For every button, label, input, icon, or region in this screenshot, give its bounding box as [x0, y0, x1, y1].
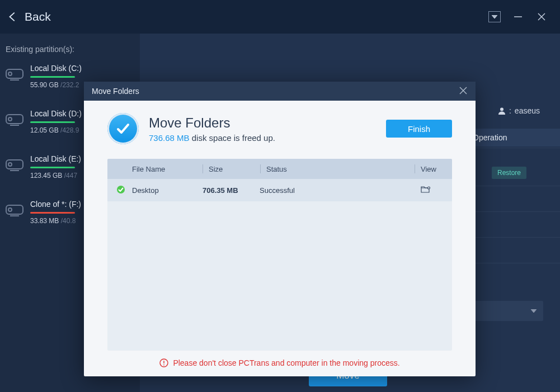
col-filename: File Name: [132, 165, 203, 173]
column-separator: [203, 164, 203, 173]
usage-bar: [30, 167, 75, 168]
svg-point-7: [8, 117, 12, 121]
dialog-titlebar: Move Folders: [84, 82, 476, 101]
disk-icon: [6, 202, 23, 218]
results-table: File Name Size Status View Desktop 706.3…: [107, 159, 452, 351]
partition-name: Local Disk (C:): [30, 64, 134, 73]
back-button[interactable]: Back: [7, 10, 51, 23]
partition-heading: Existing partition(s):: [6, 45, 134, 54]
minimize-button[interactable]: [506, 6, 530, 28]
table-header: File Name Size Status View: [107, 159, 452, 179]
finish-button[interactable]: Finish: [386, 120, 452, 138]
table-row: Desktop 706.35 MB Successful: [107, 179, 452, 201]
row-size: 706.35 MB: [203, 186, 260, 195]
dropdown-square-icon: [488, 11, 501, 22]
close-icon: [537, 12, 547, 22]
svg-point-10: [8, 163, 12, 166]
col-size: Size: [209, 165, 260, 173]
row-separator: [465, 263, 560, 263]
warning-icon: [159, 358, 168, 367]
arrow-left-icon: [7, 11, 19, 23]
warning-text: Please don't close PCTrans and computer …: [84, 351, 476, 376]
disk-icon: [6, 111, 23, 127]
svg-point-18: [117, 186, 125, 193]
user-chip: : easeus: [498, 106, 540, 115]
user-icon: [498, 107, 506, 115]
col-view: View: [421, 165, 452, 173]
disk-icon: [6, 157, 23, 172]
check-icon: [115, 120, 131, 137]
success-badge: [107, 113, 139, 144]
disk-icon: [6, 66, 23, 82]
row-separator: [465, 211, 560, 212]
svg-point-13: [8, 208, 12, 211]
dialog-heading: Move Folders: [149, 115, 376, 131]
column-separator: [260, 164, 261, 173]
svg-point-15: [500, 108, 503, 111]
column-separator: [415, 164, 415, 173]
move-folders-dialog: Move Folders Move Folders 736.68 MB disk…: [84, 82, 476, 376]
view-in-folder-button[interactable]: [421, 186, 452, 195]
menu-dropdown-button[interactable]: [483, 6, 506, 28]
user-label: easeus: [515, 106, 540, 115]
content-area: Existing partition(s): Local Disk (C:) 5…: [0, 34, 560, 392]
usage-bar: [30, 121, 75, 123]
minimize-icon: [513, 12, 523, 22]
svg-point-22: [163, 365, 164, 366]
target-select[interactable]: [465, 301, 543, 321]
row-separator: [465, 186, 560, 186]
back-label: Back: [25, 10, 51, 23]
chevron-down-icon: [531, 309, 537, 313]
restore-button[interactable]: Restore: [492, 167, 526, 179]
row-status: Successful: [260, 186, 421, 195]
row-separator: [465, 148, 560, 148]
operation-column-header: Operation: [470, 129, 560, 147]
col-status: Status: [266, 165, 415, 173]
dialog-subtext: 736.68 MB disk space is freed up.: [149, 133, 376, 143]
row-filename: Desktop: [132, 186, 203, 195]
svg-point-19: [428, 187, 430, 189]
usage-bar: [30, 212, 75, 214]
close-icon: [459, 86, 468, 95]
usage-bar: [30, 76, 75, 78]
dialog-close-button[interactable]: [459, 86, 468, 97]
svg-point-4: [8, 72, 12, 75]
row-separator: [465, 237, 560, 238]
close-window-button[interactable]: [530, 6, 553, 28]
folder-open-icon: [421, 186, 431, 193]
check-circle-icon: [116, 185, 125, 194]
row-status-icon: [116, 185, 128, 196]
titlebar: Back: [0, 0, 560, 34]
dialog-title: Move Folders: [92, 87, 139, 96]
